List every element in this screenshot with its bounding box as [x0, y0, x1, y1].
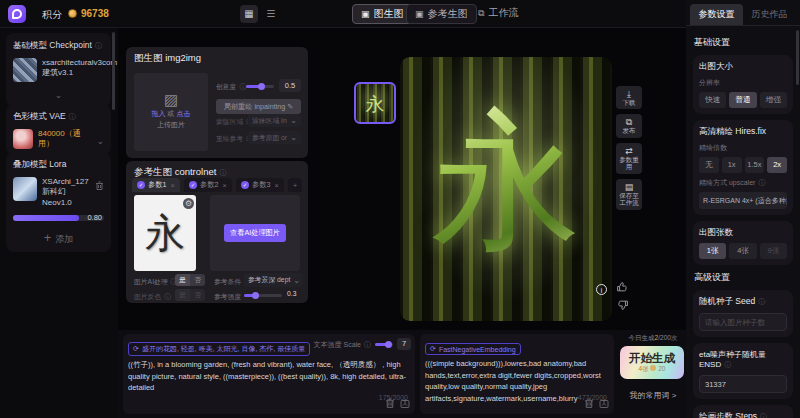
coin-icon: [650, 365, 656, 371]
upscaler-label: 精绘方式 upscaler: [699, 178, 787, 188]
delete-icon[interactable]: [95, 177, 104, 195]
seed-input[interactable]: [699, 313, 787, 331]
generated-image[interactable]: 永 i: [400, 57, 612, 321]
vae-card[interactable]: 色彩模式 VAE 840000（通用）: [6, 104, 111, 155]
image-upload-dropzone[interactable]: ▨ 拖入 或 点击上传图片: [134, 73, 208, 151]
grid-view-icon[interactable]: ▦: [240, 5, 258, 23]
scale-slider[interactable]: [375, 343, 393, 346]
hires-2x[interactable]: 2x: [767, 157, 787, 173]
gear-icon[interactable]: ⚙: [183, 198, 194, 209]
positive-prompt-input[interactable]: ((竹子)), in a blooming garden, (fresh and…: [128, 359, 410, 405]
hires-scale-label: 精绘倍数: [699, 143, 787, 153]
close-icon[interactable]: ×: [222, 181, 226, 190]
app-window: 积分 96738 ▦ ☰ ▣图生图 ▣参考生图 ⧉工作流 基础模型 Checkp…: [0, 0, 800, 418]
count-1[interactable]: 1张: [699, 243, 726, 259]
steps-card: 绘画步数 Steps 30 50100: [693, 405, 793, 418]
count-9[interactable]: 9张: [760, 243, 787, 259]
hires-1-5x[interactable]: 1.5x: [745, 157, 765, 173]
publish-button[interactable]: ⧉发布: [616, 114, 642, 137]
ensd-card: eta噪声种子随机量 ENSD: [693, 343, 793, 399]
controlnet-tab-3[interactable]: ✓参数3×: [236, 178, 284, 192]
advanced-settings-header: 高级设置: [694, 271, 793, 284]
controlnet-tab-add[interactable]: +: [288, 178, 302, 192]
app-logo[interactable]: [8, 5, 26, 23]
trash-icon[interactable]: [385, 395, 395, 413]
ai-process-toggle[interactable]: 是否: [175, 274, 205, 286]
save-icon: ▤: [618, 182, 640, 192]
result-thumbnail[interactable]: 永: [354, 82, 396, 124]
checkpoint-name: xsarchitecturalv3com建筑v3.1: [42, 58, 117, 79]
settings-sidebar: 参数设置 历史作品 基础设置 出图大小 分辨率 快速 普通 增强 高清精绘 Hi…: [686, 0, 800, 418]
check-icon: ✓: [137, 181, 145, 189]
lora-weight-slider[interactable]: 0.80: [13, 215, 104, 221]
info-icon[interactable]: i: [596, 284, 607, 295]
list-view-icon[interactable]: ☰: [262, 5, 280, 23]
count-4[interactable]: 4张: [729, 243, 756, 259]
image-placeholder-icon: ▨: [164, 91, 178, 109]
tab-history-works[interactable]: 历史作品: [743, 4, 796, 25]
image-size-title: 出图大小: [699, 61, 787, 73]
chevron-down-icon[interactable]: [96, 130, 104, 148]
resolution-label: 分辨率: [699, 78, 787, 88]
ref-condition-dropdown[interactable]: 参考景深 dept: [244, 273, 302, 287]
scale-label: 文本强度 Scale: [314, 340, 371, 350]
export-icon[interactable]: [400, 395, 410, 413]
add-lora-button[interactable]: +添加: [6, 224, 111, 252]
translate-chip[interactable]: 盛开的花园, 轻盈, 唯美, 太阳光, 肖像, 杰作, 最佳质量: [128, 342, 310, 356]
thumbs-down-icon[interactable]: [616, 299, 629, 312]
hires-none[interactable]: 无: [699, 157, 719, 173]
res-option-fast[interactable]: 快速: [699, 92, 726, 108]
res-option-enhanced[interactable]: 增强: [760, 92, 787, 108]
denoise-value[interactable]: 0.5: [279, 79, 301, 92]
credits-label: 积分: [42, 8, 62, 22]
tab-img2img[interactable]: ▣图生图: [352, 4, 413, 24]
chevron-down-icon[interactable]: [13, 84, 104, 102]
thumbs-up-icon[interactable]: [616, 280, 629, 293]
chevron-down-icon: [290, 277, 300, 284]
scale-value[interactable]: 7: [397, 338, 411, 350]
ref-strength-slider[interactable]: [244, 294, 282, 297]
mask-area-dropdown[interactable]: 涂抹区域 In: [248, 114, 301, 127]
generate-button[interactable]: 开始生成 4张 20: [620, 346, 684, 379]
tab-workflow[interactable]: ⧉工作流: [470, 4, 526, 24]
favorite-words-link[interactable]: 我的常用词 >: [620, 390, 686, 401]
close-icon[interactable]: ×: [170, 181, 174, 190]
settings-scrollbar[interactable]: [796, 30, 799, 85]
checkpoint-card[interactable]: 基础模型 Checkpoint xsarchitecturalv3com建筑v3…: [6, 33, 111, 107]
close-icon[interactable]: ×: [274, 181, 278, 190]
negative-prompt-cell: FastNegativeEmbedding (((simple backgrou…: [420, 334, 614, 414]
redraw-ref-dropdown[interactable]: 参考原图 or: [248, 131, 301, 144]
sidebar-scrollbar[interactable]: [112, 32, 115, 110]
prompt-bar: 盛开的花园, 轻盈, 唯美, 太阳光, 肖像, 杰作, 最佳质量 文本强度 Sc…: [118, 330, 686, 418]
save-workflow-button[interactable]: ▤保存至工作流: [616, 179, 642, 210]
res-option-normal[interactable]: 普通: [729, 92, 756, 108]
hires-title: 高清精绘 Hires.fix: [699, 126, 787, 138]
reuse-params-button[interactable]: ⇄参数重用: [616, 143, 642, 174]
controlnet-tab-2[interactable]: ✓参数2×: [184, 178, 232, 192]
coin-icon: [68, 9, 77, 18]
image-count-title: 出图张数: [699, 227, 787, 239]
inpaint-button[interactable]: 局部重绘 inpainting ✎: [216, 99, 301, 114]
image-count-card: 出图张数 1张 4张 9张: [693, 221, 793, 265]
trash-icon[interactable]: [584, 395, 594, 413]
tab-parameter-settings[interactable]: 参数设置: [690, 4, 743, 25]
download-button[interactable]: ⤓下载: [616, 86, 642, 109]
generate-column: 今日生成2/200次 开始生成 4张 20 我的常用词 >: [620, 334, 686, 414]
basic-settings-header: 基础设置: [694, 36, 793, 49]
upscaler-dropdown[interactable]: R-ESRGAN 4x+ (适合多种风: [699, 192, 787, 209]
view-ai-image-button[interactable]: 查看AI处理图片: [224, 224, 286, 242]
credits-value[interactable]: 96738: [81, 8, 109, 19]
lora-name: XSArchi_127新科幻Neov1.0: [42, 177, 94, 208]
hires-1x[interactable]: 1x: [722, 157, 742, 173]
invert-toggle[interactable]: 是否: [175, 289, 205, 301]
settings-tabs: 参数设置 历史作品: [686, 0, 800, 26]
denoise-slider[interactable]: [246, 85, 274, 88]
export-icon[interactable]: [599, 395, 609, 413]
controlnet-tab-1[interactable]: ✓参数1×: [132, 178, 180, 192]
negative-embedding-chip[interactable]: FastNegativeEmbedding: [425, 343, 521, 355]
lora-section-label: 叠加模型 Lora: [13, 159, 104, 171]
ensd-input[interactable]: [699, 375, 787, 393]
main-canvas: 图生图 img2img ▨ 拖入 或 点击上传图片 创意度 0.5 局部重绘 i…: [118, 28, 686, 330]
tab-reference[interactable]: ▣参考生图: [406, 4, 477, 24]
checkpoint-thumbnail: [13, 58, 37, 82]
